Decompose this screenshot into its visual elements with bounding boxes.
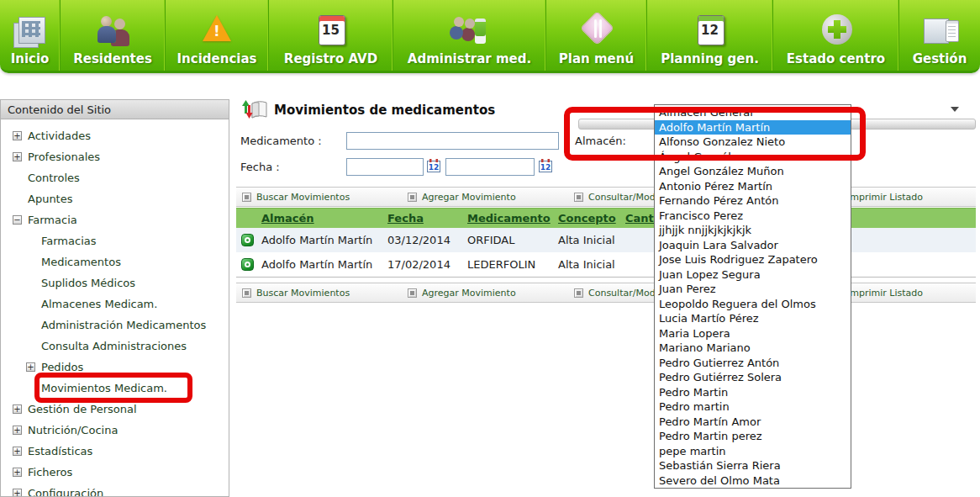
dropdown-option[interactable]: Lucia Martío Pérez: [655, 311, 851, 326]
column-header[interactable]: Almacén: [261, 209, 387, 228]
fecha-desde-input[interactable]: [346, 158, 424, 176]
expand-toggle-icon[interactable]: +: [26, 362, 35, 372]
dropdown-option[interactable]: Fernando Pérez Antón: [655, 193, 851, 209]
fecha-hasta-input[interactable]: [445, 158, 535, 176]
expand-toggle-icon[interactable]: +: [13, 489, 22, 497]
expand-toggle-icon[interactable]: +: [13, 131, 22, 140]
management-icon: [917, 12, 962, 49]
sidebar-item[interactable]: + Gestión de Personal: [1, 399, 229, 420]
toolbar-item[interactable]: Residentes: [61, 0, 166, 71]
calendar-picker-icon[interactable]: 12: [427, 159, 440, 172]
toolbar-item[interactable]: Inicio: [0, 0, 61, 71]
cell-fecha: 17/02/2014: [387, 258, 467, 271]
toolbar-item[interactable]: Plan menú: [546, 0, 647, 71]
record-status-icon[interactable]: [241, 234, 254, 246]
calendar-12-icon: [688, 12, 733, 49]
dropdown-option[interactable]: Pedro Martin: [655, 385, 851, 400]
dropdown-option[interactable]: Pedro Martín Amor: [655, 415, 851, 430]
action-button[interactable]: Agregar Movimiento: [408, 283, 516, 302]
toolbar-item[interactable]: Estado centro: [773, 0, 899, 71]
warning-icon: [194, 12, 240, 49]
dropdown-option[interactable]: Pedro Martin perez: [655, 429, 851, 444]
sidebar-item-label: Administración Medicamentos: [41, 319, 206, 331]
app-window: Inicio Residentes Incidencias Registro A…: [0, 0, 980, 497]
dropdown-option[interactable]: Jose Luis Rodriguez Zapatero: [655, 252, 851, 267]
dropdown-option[interactable]: Juan Lopez Segura: [655, 267, 851, 283]
sidebar-item-label: Medicamentos: [41, 256, 121, 268]
dropdown-option[interactable]: Almacén General: [655, 105, 851, 120]
collapse-arrow-icon[interactable]: [951, 107, 959, 112]
table-row[interactable]: Adolfo Martín Martín 03/12/2014 ORFIDAL …: [236, 228, 976, 252]
sidebar-item[interactable]: Controles: [1, 167, 229, 188]
action-button-label: Imprimir Listado: [847, 192, 923, 203]
sidebar-item[interactable]: + Estadísticas: [1, 441, 229, 462]
column-header[interactable]: Medicamento: [467, 209, 558, 228]
sidebar-item[interactable]: Consulta Administraciones: [1, 336, 229, 357]
cell-medicamento: ORFIDAL: [467, 234, 558, 246]
toolbar-item[interactable]: Administrar med.: [393, 0, 546, 71]
dropdown-option-label: Severo del Olmo Mata: [659, 474, 780, 487]
dropdown-option[interactable]: Juan Perez: [655, 282, 851, 297]
dropdown-option-label: Leopoldo Reguera del Olmos: [659, 298, 816, 310]
medicamento-input[interactable]: [346, 132, 559, 150]
toolbar-item-label: Plan menú: [559, 51, 634, 66]
sidebar-item[interactable]: Administración Medicamentos: [1, 315, 229, 336]
dropdown-option[interactable]: Francisco Perez: [655, 209, 851, 224]
sidebar-item[interactable]: + Configuración: [1, 483, 229, 497]
dropdown-option[interactable]: Pedro Gutierrez Antón: [655, 356, 851, 371]
dropdown-option[interactable]: pepe martin: [655, 444, 851, 459]
record-status-icon[interactable]: [241, 258, 254, 271]
dropdown-option[interactable]: Ángel González: [655, 150, 851, 165]
sidebar-item[interactable]: − Farmacia: [1, 209, 229, 230]
toolbar-item[interactable]: Gestión: [899, 0, 980, 71]
action-button[interactable]: Buscar Movimientos: [242, 283, 350, 302]
column-header[interactable]: Concepto: [558, 209, 625, 228]
dropdown-option-label: Pedro Martin perez: [659, 430, 762, 442]
table-header: Almacén Fecha Medicamento Concepto Canti…: [236, 208, 976, 228]
dropdown-option[interactable]: Joaquin Lara Salvador: [655, 238, 851, 253]
dropdown-option[interactable]: Adolfo Martín Martín: [655, 120, 851, 135]
dropdown-option[interactable]: Sebastián Sierra Riera: [655, 458, 851, 473]
sidebar-item[interactable]: + Nutrición/Cocina: [1, 420, 229, 441]
dropdown-option[interactable]: Antonio Pérez Martín: [655, 179, 851, 194]
sidebar-item-label: Farmacia: [28, 214, 77, 226]
action-button-label: Buscar Movimientos: [256, 288, 350, 299]
dropdown-option[interactable]: Angel González Muñon: [655, 164, 851, 179]
dropdown-option[interactable]: Severo del Olmo Mata: [655, 473, 851, 489]
dropdown-option[interactable]: Leopoldo Reguera del Olmos: [655, 297, 851, 312]
action-button[interactable]: Agregar Movimiento: [408, 188, 516, 206]
dropdown-option[interactable]: Pedro Gutiérrez Solera: [655, 370, 851, 385]
sidebar-item[interactable]: Apuntes: [1, 188, 229, 209]
toolbar-item-label: Incidencias: [177, 51, 257, 66]
dropdown-option[interactable]: Mariano Mariano: [655, 341, 851, 356]
sidebar-item[interactable]: Movimientos Medicam.: [1, 378, 229, 399]
calendar-picker-icon[interactable]: 12: [539, 159, 552, 172]
sidebar-item[interactable]: + Pedidos: [1, 357, 229, 378]
expand-toggle-icon[interactable]: +: [13, 447, 22, 456]
sidebar-item[interactable]: + Ficheros: [1, 462, 229, 483]
dropdown-option[interactable]: Pedro martin: [655, 399, 851, 415]
table-row[interactable]: Adolfo Martín Martín 17/02/2014 LEDERFOL…: [236, 252, 976, 277]
sidebar-item[interactable]: Suplidos Médicos: [1, 272, 229, 293]
expand-toggle-icon[interactable]: +: [13, 468, 22, 477]
sidebar-item[interactable]: Medicamentos: [1, 251, 229, 272]
dropdown-option[interactable]: jjhjjk nnjjkjkjkjkjk: [655, 223, 851, 238]
toolbar-item[interactable]: Registro AVD: [269, 0, 393, 71]
sidebar-item[interactable]: Farmacias: [1, 230, 229, 251]
column-header[interactable]: Fecha: [387, 209, 467, 228]
sidebar-item-label: Consulta Administraciones: [41, 340, 187, 352]
toolbar-item[interactable]: Planning gen.: [647, 0, 773, 71]
sidebar-item-label: Configuración: [28, 487, 103, 497]
toolbar-item[interactable]: Incidencias: [166, 0, 269, 71]
sidebar-item[interactable]: + Actividades: [1, 125, 229, 146]
dropdown-option[interactable]: Alfonso Gonzalez Nieto: [655, 135, 851, 150]
sidebar-item[interactable]: + Profesionales: [1, 146, 229, 167]
sidebar-item[interactable]: Almacenes Medicam.: [1, 293, 229, 315]
expand-toggle-icon[interactable]: +: [13, 426, 22, 435]
toolbar-item-label: Registro AVD: [284, 51, 377, 66]
action-button[interactable]: Buscar Movimientos: [242, 188, 350, 206]
expand-toggle-icon[interactable]: +: [13, 404, 22, 414]
expand-toggle-icon[interactable]: −: [13, 215, 22, 225]
dropdown-option[interactable]: Maria Lopera: [655, 326, 851, 341]
expand-toggle-icon[interactable]: +: [13, 152, 22, 161]
